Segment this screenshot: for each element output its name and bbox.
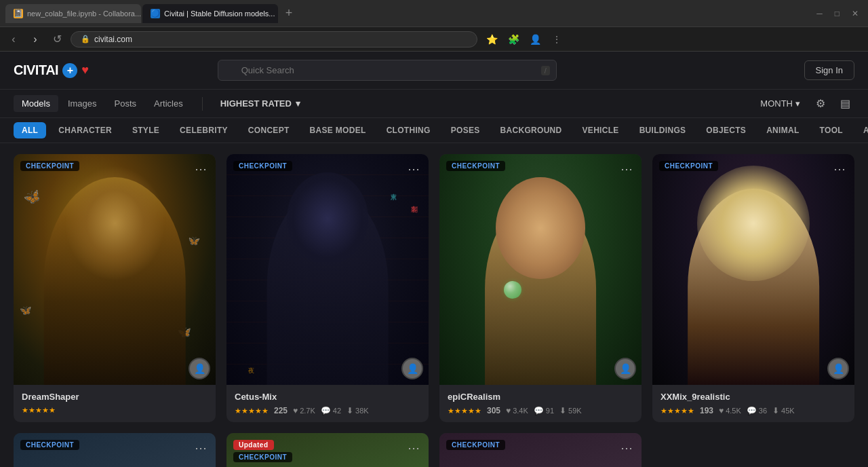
nav-tabs: Models Images Posts Articles	[14, 95, 191, 112]
minimize-button[interactable]: ─	[812, 7, 827, 20]
tab-images[interactable]: Images	[60, 95, 105, 112]
cetusmix-comments: 💬 42	[321, 406, 341, 415]
logo-text: CIVITAI	[14, 62, 58, 78]
model-card-bottom-1[interactable]: CHECKPOINT ⋯	[14, 433, 216, 467]
address-bar[interactable]: 🔒 civitai.com	[71, 31, 477, 48]
cat-animal[interactable]: ANIMAL	[758, 122, 807, 138]
cat-poses[interactable]: POSES	[443, 122, 488, 138]
cat-celebrity[interactable]: CELEBRITY	[172, 122, 236, 138]
close-button[interactable]: ✕	[848, 7, 863, 20]
cat-character[interactable]: CHARACTER	[50, 122, 120, 138]
forward-button[interactable]: ›	[27, 33, 43, 45]
sort-label: HIGHEST RATED	[220, 98, 292, 109]
tab-articles[interactable]: Articles	[146, 95, 191, 112]
cat-style[interactable]: STYLE	[124, 122, 167, 138]
cetusmix-stars: ★★★★★	[235, 407, 269, 415]
filter-bar: Models Images Posts Articles HIGHEST RAT…	[0, 90, 868, 118]
cetusmix-title: Cetus-Mix	[235, 392, 420, 402]
model-card-dreamshaper[interactable]: 🦋 🦋 🦋 🦋 CHECKPOINT ⋯ 👤 DreamShaper	[14, 154, 216, 422]
search-bar: 🔍 /	[218, 60, 557, 81]
model-card-bottom-2[interactable]: Updated CHECKPOINT ⋯	[226, 433, 429, 467]
profile-button[interactable]: 👤	[526, 34, 544, 45]
comment-icon-3: 💬	[747, 406, 757, 415]
cat-concept[interactable]: CONCEPT	[240, 122, 298, 138]
xxmix-downloads: ⬇ 45K	[772, 406, 795, 415]
reload-button[interactable]: ↺	[49, 33, 65, 45]
cetusmix-menu-button[interactable]: ⋯	[404, 160, 423, 179]
cetusmix-image: 刺客 東京 夜 CHECKPOINT ⋯ 👤	[226, 154, 429, 385]
model-grid: 🦋 🦋 🦋 🦋 CHECKPOINT ⋯ 👤 DreamShaper	[14, 154, 854, 422]
xxmix-menu-button[interactable]: ⋯	[830, 160, 849, 179]
tab-models[interactable]: Models	[14, 95, 58, 112]
cetusmix-downloads: ⬇ 38K	[347, 406, 369, 415]
sign-in-button[interactable]: Sign In	[804, 60, 854, 80]
browser-chrome: 📓 new_colab_file.ipynb - Collabora... ✕ …	[0, 0, 868, 27]
search-slash: /	[541, 66, 550, 75]
epicrealism-info: epiCRealism ★★★★★ 305 ♥ 3.4K 💬 91	[439, 385, 642, 422]
logo-plus-button[interactable]: +	[62, 63, 77, 78]
layout-icon-button[interactable]: ▤	[835, 97, 854, 110]
extensions-button[interactable]: 🧩	[505, 34, 522, 45]
model-card-xxmix[interactable]: CHECKPOINT ⋯ 👤 XXMix_9realistic ★★★★★ 19…	[652, 154, 854, 422]
civitai-tab-label: Civitai | Stable Diffusion models...	[164, 10, 275, 18]
logo[interactable]: CIVITAI + ♥	[14, 62, 88, 78]
bottom1-menu-button[interactable]: ⋯	[191, 438, 210, 457]
logo-heart-icon[interactable]: ♥	[81, 63, 88, 77]
epicrealism-menu-button[interactable]: ⋯	[617, 160, 636, 179]
cat-vehicle[interactable]: VEHICLE	[574, 122, 627, 138]
category-bar: ALL CHARACTER STYLE CELEBRITY CONCEPT BA…	[0, 118, 868, 143]
download-icon: ⬇	[347, 406, 353, 415]
dreamshaper-menu-button[interactable]: ⋯	[191, 160, 210, 179]
colab-tab-label: new_colab_file.ipynb - Collabora...	[27, 10, 141, 18]
cat-base-model[interactable]: BASE MODEL	[302, 122, 374, 138]
filter-icon-button[interactable]: ⚙	[811, 97, 830, 110]
bottom2-menu-button[interactable]: ⋯	[404, 438, 423, 457]
cat-background[interactable]: BACKGROUND	[492, 122, 570, 138]
heart-icon: ♥	[293, 406, 298, 415]
epicrealism-rating-count: 305	[487, 406, 500, 415]
xxmix-stats: ★★★★★ 193 ♥ 4.5K 💬 36 ⬇ 45K	[660, 406, 846, 415]
bottom1-badge: CHECKPOINT	[20, 440, 79, 450]
cat-action[interactable]: ACTION	[855, 122, 868, 138]
xxmix-comments: 💬 36	[747, 406, 767, 415]
tab-posts[interactable]: Posts	[106, 95, 145, 112]
cat-clothing[interactable]: CLOTHING	[378, 122, 439, 138]
period-label: MONTH	[760, 98, 793, 109]
civitai-favicon: 🔵	[151, 9, 160, 18]
cat-all[interactable]: ALL	[14, 122, 46, 138]
epicrealism-badge: CHECKPOINT	[446, 161, 505, 171]
menu-button[interactable]: ⋮	[548, 34, 566, 45]
cat-tool[interactable]: TOOL	[812, 122, 851, 138]
bottom3-menu-button[interactable]: ⋯	[617, 438, 636, 457]
maximize-button[interactable]: □	[831, 7, 844, 20]
model-card-cetusmix[interactable]: 刺客 東京 夜 CHECKPOINT ⋯ 👤 Cetus-Mix ★★★★★ 2…	[226, 154, 429, 422]
colab-favicon: 📓	[14, 9, 23, 18]
browser-tab-colab[interactable]: 📓 new_colab_file.ipynb - Collabora... ✕	[5, 4, 141, 23]
nav-actions: ⭐ 🧩 👤 ⋮	[483, 34, 566, 45]
epicrealism-title: epiCRealism	[448, 392, 633, 402]
new-tab-button[interactable]: +	[279, 4, 298, 23]
sort-dropdown[interactable]: HIGHEST RATED ▾	[214, 95, 307, 112]
model-card-epicrealism[interactable]: CHECKPOINT ⋯ 👤 epiCRealism ★★★★★ 305 ♥ 3…	[439, 154, 642, 422]
browser-nav: ‹ › ↺ 🔒 civitai.com ⭐ 🧩 👤 ⋮	[0, 27, 868, 52]
search-input[interactable]	[218, 60, 557, 81]
period-dropdown[interactable]: MONTH ▾	[755, 96, 806, 111]
bottom3-badge: CHECKPOINT	[446, 440, 505, 450]
epicrealism-image: CHECKPOINT ⋯ 👤	[439, 154, 642, 385]
browser-tab-civitai[interactable]: 🔵 Civitai | Stable Diffusion models... ✕	[142, 4, 278, 23]
period-chevron-icon: ▾	[795, 98, 800, 109]
cetusmix-badge: CHECKPOINT	[233, 161, 292, 171]
model-card-bottom-3[interactable]: CHECKPOINT ⋯	[439, 433, 642, 467]
cat-buildings[interactable]: BUILDINGS	[631, 122, 694, 138]
xxmix-image: CHECKPOINT ⋯ 👤	[652, 154, 854, 385]
filter-right: MONTH ▾ ⚙ ▤	[755, 96, 854, 111]
dreamshaper-title: DreamShaper	[22, 392, 208, 402]
epicrealism-stats: ★★★★★ 305 ♥ 3.4K 💬 91 ⬇ 59K	[448, 406, 633, 415]
epicrealism-downloads: ⬇ 59K	[559, 406, 582, 415]
cetusmix-avatar: 👤	[401, 358, 423, 379]
butterfly-icon-2: 🦋	[186, 234, 201, 247]
dreamshaper-stars: ★★★★★	[22, 406, 56, 415]
back-button[interactable]: ‹	[5, 33, 22, 45]
cat-objects[interactable]: OBJECTS	[698, 122, 754, 138]
bookmark-button[interactable]: ⭐	[483, 34, 500, 45]
